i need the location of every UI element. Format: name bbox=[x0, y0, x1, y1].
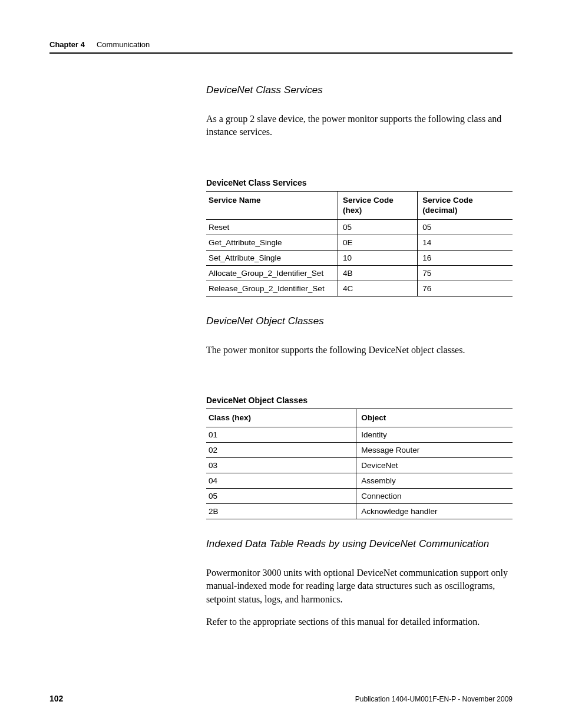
class-services-table: Service Name Service Code (hex) Service … bbox=[206, 191, 513, 297]
table-title: DeviceNet Class Services bbox=[206, 178, 513, 187]
cell: 76 bbox=[418, 281, 513, 296]
cell: 2B bbox=[206, 503, 356, 519]
cell: 4B bbox=[338, 265, 418, 281]
col-header: Service Name bbox=[206, 191, 338, 219]
cell: 75 bbox=[418, 265, 513, 281]
col-header: Class (hex) bbox=[206, 409, 356, 427]
table-row: 03 DeviceNet bbox=[206, 457, 513, 473]
cell: Set_Attribute_Single bbox=[206, 250, 338, 265]
body-paragraph: Powermonitor 3000 units with optional De… bbox=[206, 566, 513, 606]
cell: Identity bbox=[356, 427, 513, 442]
cell: 03 bbox=[206, 457, 356, 473]
table-row: Reset 05 05 bbox=[206, 219, 513, 235]
body-paragraph: Refer to the appropriate sections of thi… bbox=[206, 615, 513, 628]
publication-id: Publication 1404-UM001F-EN-P - November … bbox=[355, 695, 513, 703]
cell: 05 bbox=[206, 488, 356, 503]
cell: 04 bbox=[206, 473, 356, 488]
cell: 4C bbox=[338, 281, 418, 296]
body-paragraph: The power monitor supports the following… bbox=[206, 344, 513, 357]
object-classes-table: Class (hex) Object 01 Identity 02 Messag… bbox=[206, 409, 513, 519]
table-row: Release_Group_2_Identifier_Set 4C 76 bbox=[206, 281, 513, 296]
cell: 05 bbox=[418, 219, 513, 235]
cell: 05 bbox=[338, 219, 418, 235]
cell: Acknowledge handler bbox=[356, 503, 513, 519]
cell: Allocate_Group_2_Identifier_Set bbox=[206, 265, 338, 281]
section-heading: Indexed Data Table Reads by using Device… bbox=[206, 538, 513, 550]
table-row: Set_Attribute_Single 10 16 bbox=[206, 250, 513, 265]
chapter-title: Communication bbox=[97, 40, 150, 49]
table-row: 05 Connection bbox=[206, 488, 513, 503]
cell: 14 bbox=[418, 235, 513, 250]
table-row: 01 Identity bbox=[206, 427, 513, 442]
body-paragraph: As a group 2 slave device, the power mon… bbox=[206, 113, 513, 139]
chapter-label: Chapter 4 bbox=[49, 40, 85, 49]
cell: Assembly bbox=[356, 473, 513, 488]
page-footer: 102 Publication 1404-UM001F-EN-P - Novem… bbox=[49, 694, 513, 703]
cell: 01 bbox=[206, 427, 356, 442]
section-heading: DeviceNet Object Classes bbox=[206, 315, 513, 327]
cell: DeviceNet bbox=[356, 457, 513, 473]
cell: 10 bbox=[338, 250, 418, 265]
cell: Release_Group_2_Identifier_Set bbox=[206, 281, 338, 296]
col-header: Service Code (decimal) bbox=[418, 191, 513, 219]
table-row: 2B Acknowledge handler bbox=[206, 503, 513, 519]
main-content: DeviceNet Class Services As a group 2 sl… bbox=[206, 84, 513, 628]
cell: Message Router bbox=[356, 442, 513, 457]
table-row: Get_Attribute_Single 0E 14 bbox=[206, 235, 513, 250]
cell: 02 bbox=[206, 442, 356, 457]
cell: 16 bbox=[418, 250, 513, 265]
table-title: DeviceNet Object Classes bbox=[206, 396, 513, 405]
col-header: Service Code (hex) bbox=[338, 191, 418, 219]
table-row: 04 Assembly bbox=[206, 473, 513, 488]
page-number: 102 bbox=[49, 694, 63, 703]
table-row: 02 Message Router bbox=[206, 442, 513, 457]
running-header: Chapter 4 Communication bbox=[49, 40, 513, 54]
cell: 0E bbox=[338, 235, 418, 250]
cell: Reset bbox=[206, 219, 338, 235]
cell: Get_Attribute_Single bbox=[206, 235, 338, 250]
table-row: Allocate_Group_2_Identifier_Set 4B 75 bbox=[206, 265, 513, 281]
col-header: Object bbox=[356, 409, 513, 427]
section-heading: DeviceNet Class Services bbox=[206, 84, 513, 96]
cell: Connection bbox=[356, 488, 513, 503]
